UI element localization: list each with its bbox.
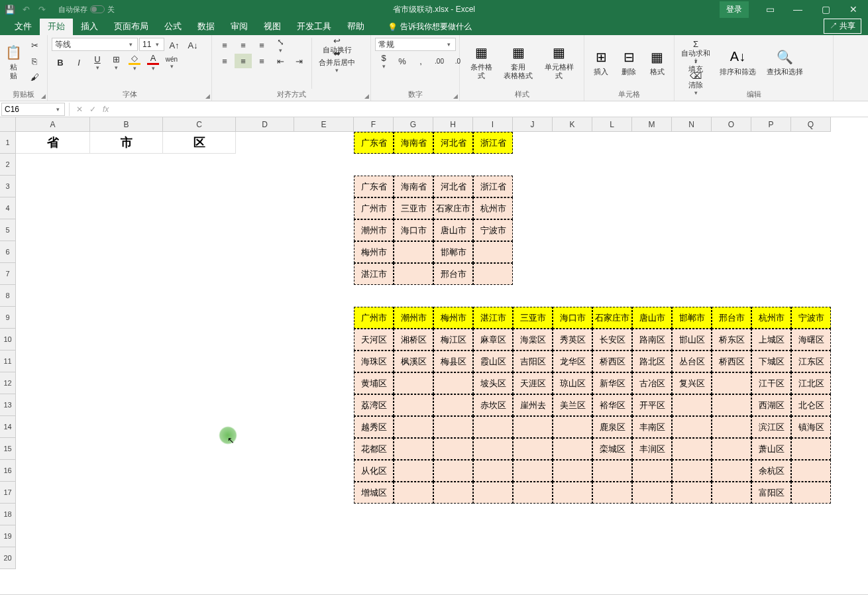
minimize-icon[interactable]: — bbox=[785, 0, 811, 19]
cell[interactable] bbox=[553, 482, 592, 504]
cell[interactable]: 桥西区 bbox=[712, 351, 751, 372]
row-header[interactable]: 9 bbox=[0, 307, 16, 329]
copy-button[interactable]: ⎘ bbox=[26, 54, 43, 68]
cell[interactable]: 石家庄市 bbox=[592, 307, 632, 329]
increase-decimal-button[interactable]: .00 bbox=[431, 54, 448, 68]
cell[interactable] bbox=[712, 482, 751, 504]
row-header[interactable]: 18 bbox=[0, 504, 16, 525]
font-name-selector[interactable]: 等线▾ bbox=[52, 38, 138, 51]
cell[interactable] bbox=[394, 241, 433, 263]
cell[interactable]: 海南省 bbox=[394, 176, 433, 197]
cell[interactable] bbox=[672, 394, 712, 416]
align-launcher-icon[interactable]: ◢ bbox=[364, 93, 369, 99]
cell[interactable]: 长安区 bbox=[592, 329, 632, 351]
cell[interactable]: 栾城区 bbox=[592, 438, 632, 460]
cell[interactable]: 海曙区 bbox=[791, 329, 831, 351]
sort-filter-button[interactable]: A↓排序和筛选 bbox=[716, 38, 760, 84]
align-center-button[interactable]: ≡ bbox=[235, 54, 252, 68]
tell-me-search[interactable]: 💡告诉我你想要做什么 bbox=[382, 19, 477, 35]
cell[interactable] bbox=[632, 482, 672, 504]
cell[interactable] bbox=[473, 460, 513, 482]
cell[interactable]: 复兴区 bbox=[672, 372, 712, 394]
cell[interactable] bbox=[712, 372, 751, 394]
cell[interactable] bbox=[394, 482, 433, 504]
cell[interactable] bbox=[672, 482, 712, 504]
cell[interactable]: 黄埔区 bbox=[354, 372, 394, 394]
cell[interactable]: 天涯区 bbox=[513, 372, 553, 394]
phonetic-button[interactable]: wén▾ bbox=[163, 55, 180, 70]
cell[interactable]: 潮州市 bbox=[354, 219, 394, 241]
format-painter-button[interactable]: 🖌 bbox=[26, 70, 43, 84]
cell[interactable]: 萧山区 bbox=[751, 438, 791, 460]
cell[interactable] bbox=[473, 263, 513, 285]
cell[interactable] bbox=[433, 460, 473, 482]
cell[interactable]: 龙华区 bbox=[553, 351, 592, 372]
autosum-button[interactable]: Σ自动求和▾ bbox=[678, 38, 713, 52]
cell[interactable]: 石家庄市 bbox=[433, 197, 473, 219]
cell[interactable] bbox=[394, 394, 433, 416]
ribbon-options-icon[interactable]: ▭ bbox=[757, 0, 783, 19]
col-header[interactable]: K bbox=[553, 117, 592, 132]
tab-data[interactable]: 数据 bbox=[190, 18, 223, 35]
clipboard-launcher-icon[interactable]: ◢ bbox=[41, 93, 46, 99]
cell[interactable]: 梅江区 bbox=[433, 329, 473, 351]
cell[interactable] bbox=[791, 482, 831, 504]
cell[interactable]: 河北省 bbox=[433, 176, 473, 197]
percent-button[interactable]: % bbox=[394, 54, 411, 68]
cell[interactable]: 下城区 bbox=[751, 351, 791, 372]
tab-review[interactable]: 审阅 bbox=[223, 18, 256, 35]
cell[interactable]: 开平区 bbox=[632, 394, 672, 416]
cell[interactable]: 富阳区 bbox=[751, 482, 791, 504]
redo-icon[interactable]: ↷ bbox=[36, 3, 48, 15]
cell[interactable]: 桥东区 bbox=[712, 329, 751, 351]
cell[interactable]: 海口市 bbox=[394, 219, 433, 241]
row-header[interactable]: 10 bbox=[0, 329, 16, 351]
row-header[interactable]: 3 bbox=[0, 176, 16, 197]
cell[interactable] bbox=[473, 482, 513, 504]
cell[interactable]: 从化区 bbox=[354, 460, 394, 482]
row-header[interactable]: 15 bbox=[0, 438, 16, 460]
cell[interactable]: 北仑区 bbox=[791, 394, 831, 416]
col-header[interactable]: D bbox=[236, 117, 294, 132]
align-left-button[interactable]: ≡ bbox=[216, 54, 233, 68]
row-header[interactable]: 1 bbox=[0, 132, 16, 154]
cell[interactable]: 邯郸市 bbox=[672, 307, 712, 329]
cell[interactable] bbox=[394, 416, 433, 438]
cell[interactable] bbox=[791, 460, 831, 482]
cell[interactable]: 坡头区 bbox=[473, 372, 513, 394]
cell[interactable] bbox=[433, 394, 473, 416]
cell[interactable]: 广州市 bbox=[354, 307, 394, 329]
cell[interactable]: 增城区 bbox=[354, 482, 394, 504]
cell[interactable]: 花都区 bbox=[354, 438, 394, 460]
col-header[interactable]: E bbox=[294, 117, 354, 132]
maximize-icon[interactable]: ▢ bbox=[812, 0, 839, 19]
tab-formulas[interactable]: 公式 bbox=[156, 18, 190, 35]
cell[interactable]: 宁波市 bbox=[473, 219, 513, 241]
accounting-button[interactable]: $▾ bbox=[375, 54, 392, 68]
increase-font-button[interactable]: A↑ bbox=[166, 38, 183, 52]
font-launcher-icon[interactable]: ◢ bbox=[205, 93, 210, 99]
cell[interactable]: 滨江区 bbox=[751, 416, 791, 438]
cell[interactable] bbox=[672, 438, 712, 460]
cell[interactable]: 省 bbox=[16, 132, 90, 154]
formula-input[interactable] bbox=[111, 103, 868, 116]
col-header[interactable]: B bbox=[90, 117, 163, 132]
tab-insert[interactable]: 插入 bbox=[73, 18, 106, 35]
row-header[interactable]: 16 bbox=[0, 460, 16, 482]
enter-formula-icon[interactable]: ✓ bbox=[89, 105, 96, 114]
row-header[interactable]: 6 bbox=[0, 241, 16, 263]
cancel-formula-icon[interactable]: ✕ bbox=[76, 105, 83, 114]
cell[interactable] bbox=[513, 482, 553, 504]
cell[interactable] bbox=[394, 460, 433, 482]
bold-button[interactable]: B bbox=[52, 55, 69, 70]
cell[interactable]: 唐山市 bbox=[433, 219, 473, 241]
cell[interactable] bbox=[672, 416, 712, 438]
cell[interactable]: 琼山区 bbox=[553, 372, 592, 394]
table-format-button[interactable]: ▦套用 表格格式 bbox=[501, 38, 535, 84]
cell[interactable]: 三亚市 bbox=[394, 197, 433, 219]
decrease-font-button[interactable]: A↓ bbox=[184, 38, 201, 52]
cell[interactable] bbox=[513, 416, 553, 438]
cell[interactable] bbox=[553, 416, 592, 438]
cell[interactable]: 余杭区 bbox=[751, 460, 791, 482]
cell[interactable]: 梅县区 bbox=[433, 351, 473, 372]
